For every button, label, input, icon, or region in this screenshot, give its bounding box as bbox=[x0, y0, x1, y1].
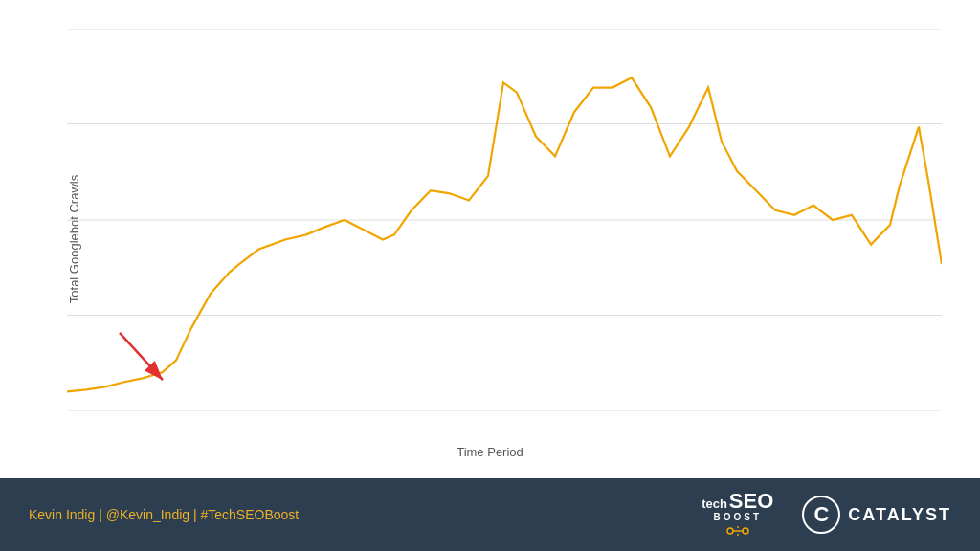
seo-text: SEO bbox=[729, 491, 773, 512]
chart-line bbox=[67, 77, 942, 391]
catalyst-circle-icon: C bbox=[802, 496, 840, 534]
annotation-arrow bbox=[120, 333, 163, 380]
techseo-logo: tech SEO BOOST bbox=[702, 491, 773, 540]
svg-point-7 bbox=[743, 528, 748, 534]
catalyst-logo: C CATALYST bbox=[802, 496, 951, 534]
catalyst-c-letter: C bbox=[813, 504, 829, 525]
footer-logos: tech SEO BOOST C CATALYST bbox=[702, 491, 951, 540]
tech-text: tech bbox=[702, 496, 727, 511]
boost-text: BOOST bbox=[713, 512, 762, 522]
footer-attribution: Kevin Indig | @Kevin_Indig | #TechSEOBoo… bbox=[29, 507, 299, 522]
catalyst-text: CATALYST bbox=[848, 505, 951, 525]
x-axis-label: Time Period bbox=[457, 445, 523, 459]
footer: Kevin Indig | @Kevin_Indig | #TechSEOBoo… bbox=[0, 478, 980, 551]
chart-container: Total Googlebot Crawls 0K 1K 2K 3K 4K Ja… bbox=[0, 0, 980, 478]
svg-point-6 bbox=[727, 528, 733, 534]
techseo-icon bbox=[724, 522, 751, 540]
